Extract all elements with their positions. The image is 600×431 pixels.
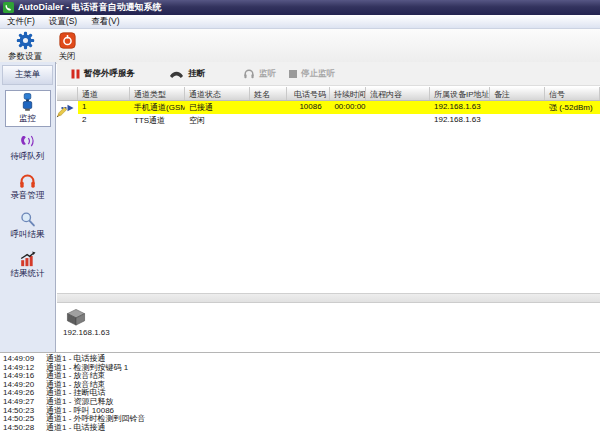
sidebar-item-recordings[interactable]: 录音管理 [5, 168, 51, 205]
listen-button[interactable]: 监听 [243, 68, 276, 80]
titlebar: AutoDialer - 电话语音自动通知系统 [0, 0, 600, 15]
cell-device-ip: 192.168.1.63 [430, 101, 490, 114]
hangup-label: 挂断 [188, 68, 205, 80]
cell-duration [330, 114, 366, 127]
cell-channel-type: TTS通道 [130, 114, 185, 127]
column-header-channel-state[interactable]: 通道状态 [185, 87, 250, 100]
menu-view[interactable]: 查看(V) [84, 15, 126, 28]
power-icon [59, 31, 76, 50]
column-header-device-ip[interactable]: 所属设备IP地址 [430, 87, 490, 100]
sidebar-item-label: 结果统计 [11, 268, 45, 280]
pause-icon [71, 69, 80, 79]
table-row-channel-2[interactable]: 2 TTS通道 空闲 192.168.1.63 [57, 114, 600, 127]
window-title: AutoDialer - 电话语音自动通知系统 [18, 1, 162, 14]
cell-remark [490, 101, 545, 114]
log-time: 14:50:28 [3, 424, 37, 431]
cell-channel: 1 [78, 101, 130, 114]
menu-file[interactable]: 文件(F) [0, 15, 42, 28]
cell-phone [287, 114, 330, 127]
cell-channel-type: 手机通道(GSM) [130, 101, 185, 114]
param-settings-button[interactable]: 参数设置 [2, 31, 48, 63]
device-panel: 192.168.1.63 [57, 303, 600, 352]
sidebar-item-call-queue[interactable]: 待呼队列 [5, 129, 51, 166]
stop-icon [289, 70, 297, 78]
event-log-panel: 14:49:09 通道1 - 电话接通 14:49:12 通道1 - 检测到按键… [0, 352, 600, 431]
sidebar-item-call-results[interactable]: 呼叫结果 [5, 207, 51, 244]
column-header-name[interactable]: 姓名 [250, 87, 287, 100]
listen-label: 监听 [259, 68, 276, 80]
cell-remark [490, 114, 545, 127]
device-item[interactable]: 192.168.1.63 [63, 307, 110, 337]
horizontal-splitter[interactable] [57, 293, 600, 303]
cell-channel: 2 [78, 114, 130, 127]
sidebar-item-monitor[interactable]: 监控 [5, 90, 51, 127]
column-header-duration[interactable]: 持续时间 [330, 87, 366, 100]
edit-pencil-icon [54, 106, 68, 125]
app-phone-icon [3, 2, 14, 13]
main-panel: 暂停外呼服务 挂断 监听 停止监听 [57, 62, 600, 352]
column-header-channel-type[interactable]: 通道类型 [130, 87, 185, 100]
cell-channel-state: 已接通 [185, 101, 250, 114]
cell-phone: 10086 [287, 101, 330, 114]
cell-name [250, 101, 287, 114]
monitor-icon [20, 93, 35, 112]
sidebar-item-label: 录音管理 [11, 190, 45, 202]
device-icon [63, 307, 89, 327]
chart-icon [19, 250, 37, 267]
main-toolbar: 参数设置 关闭 [0, 29, 600, 64]
cell-channel-state: 空闲 [185, 114, 250, 127]
headphones-icon [18, 172, 37, 189]
cell-flow [366, 114, 430, 127]
log-line: 14:50:28 通道1 - 电话接通 [3, 424, 600, 431]
menu-settings[interactable]: 设置(S) [42, 15, 84, 28]
cell-signal: 强 (-52dBm) [545, 101, 600, 114]
sidebar-item-label: 待呼队列 [11, 151, 45, 163]
pause-outbound-label: 暂停外呼服务 [84, 68, 135, 80]
column-header-phone[interactable]: 电话号码 [287, 87, 330, 100]
phone-queue-icon [18, 133, 37, 150]
hangup-button[interactable]: 挂断 [169, 68, 205, 80]
close-button[interactable]: 关闭 [48, 31, 86, 63]
cell-device-ip: 192.168.1.63 [430, 114, 490, 127]
column-header-remark[interactable]: 备注 [490, 87, 545, 100]
stop-listen-button[interactable]: 停止监听 [289, 68, 335, 80]
pause-outbound-button[interactable]: 暂停外呼服务 [71, 68, 135, 80]
table-header-row: 通道 通道类型 通道状态 姓名 电话号码 持续时间 流程内容 所属设备IP地址 … [57, 87, 600, 101]
column-header-signal[interactable]: 信号 [545, 87, 600, 100]
sidebar-item-label: 监控 [19, 113, 36, 125]
cell-duration: 00:00:00 [330, 101, 366, 114]
sidebar-item-label: 呼叫结果 [11, 229, 45, 241]
menu-bar: 文件(F) 设置(S) 查看(V) [0, 15, 600, 29]
log-message: 通道1 - 电话接通 [46, 424, 106, 431]
cell-signal [545, 114, 600, 127]
hangup-icon [169, 69, 184, 79]
channel-table: 通道 通道类型 通道状态 姓名 电话号码 持续时间 流程内容 所属设备IP地址 … [57, 87, 600, 293]
gear-icon [16, 31, 35, 50]
search-icon [19, 211, 36, 228]
channel-toolbar: 暂停外呼服务 挂断 监听 停止监听 [57, 62, 600, 86]
stop-listen-label: 停止监听 [301, 68, 335, 80]
sidebar: 主菜单 监控 待呼队列 [0, 62, 56, 352]
sidebar-header: 主菜单 [2, 65, 53, 85]
column-header-channel[interactable]: 通道 [78, 87, 130, 100]
table-row-channel-1[interactable]: 1 手机通道(GSM) 已接通 10086 00:00:00 192.168.1… [57, 101, 600, 114]
listen-headphones-icon [243, 68, 255, 79]
sidebar-item-statistics[interactable]: 结果统计 [5, 246, 51, 283]
column-header-icon[interactable] [57, 87, 78, 100]
column-header-flow[interactable]: 流程内容 [366, 87, 430, 100]
cell-flow [366, 101, 430, 114]
cell-name [250, 114, 287, 127]
device-ip-label: 192.168.1.63 [63, 328, 110, 337]
